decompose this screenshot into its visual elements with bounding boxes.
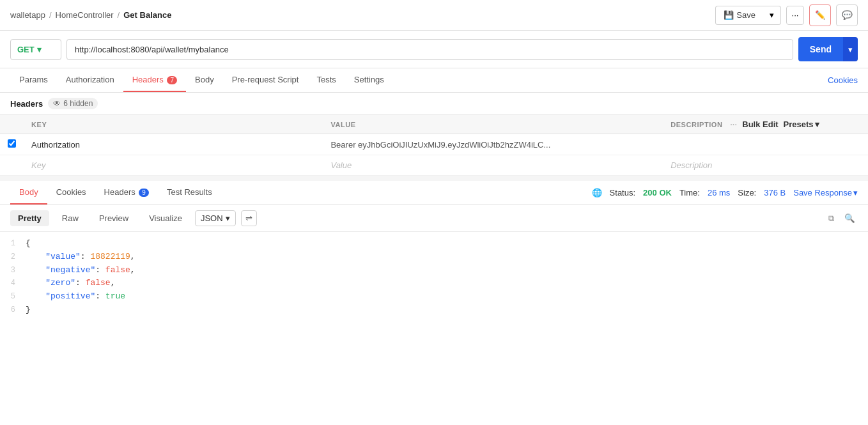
search-button[interactable]: 🔍 (842, 211, 858, 226)
code-line-1: 1 { (0, 237, 868, 251)
presets-button[interactable]: Presets ▾ (784, 120, 819, 129)
line-number: 3 (0, 264, 26, 277)
search-icon: 🔍 (844, 213, 855, 223)
method-select[interactable]: GET ▾ (10, 39, 61, 60)
method-chevron-icon: ▾ (37, 45, 42, 54)
send-label: Send (810, 44, 832, 54)
send-chevron-button[interactable]: ▾ (843, 37, 858, 61)
response-meta: 🌐 Status: 200 OK Time: 26 ms Size: 376 B… (592, 182, 858, 204)
response-tab-cookies[interactable]: Cookies (47, 181, 95, 205)
th-key: KEY (24, 115, 323, 134)
breadcrumb-app[interactable]: walletapp (10, 10, 45, 20)
headers-section: Headers 👁 6 hidden KEY VALUE DESCRIPTION… (0, 93, 868, 176)
breadcrumb: walletapp / HomeController / Get Balance (10, 10, 171, 20)
key-placeholder[interactable]: Key (31, 160, 45, 170)
save-response-button[interactable]: Save Response ▾ (793, 188, 858, 197)
top-actions: 💾 Save ▾ ··· ✏️ 💬 (715, 4, 858, 26)
response-tab-body[interactable]: Body (10, 181, 47, 205)
description-placeholder[interactable]: Description (670, 160, 712, 170)
size-label: Size: (738, 188, 756, 197)
url-input[interactable] (66, 39, 793, 60)
tab-headers[interactable]: Headers 7 (123, 68, 186, 92)
table-row: Authorization Bearer eyJhbGciOiJIUzUxMiJ… (0, 134, 868, 155)
save-response-chevron-icon: ▾ (853, 188, 858, 197)
response-tabs-row: Body Cookies Headers 9 Test Results 🌐 St… (0, 181, 868, 205)
line-number: 1 (0, 237, 26, 251)
copy-button[interactable]: ⧉ (826, 211, 837, 226)
save-chevron-button[interactable]: ▾ (763, 6, 781, 25)
code-line-6: 6 } (0, 304, 868, 317)
code-line-2: 2 "value": 18822119, (0, 251, 868, 264)
section-divider (0, 176, 868, 181)
tab-params[interactable]: Params (10, 68, 57, 92)
save-label: Save (736, 10, 756, 20)
table-empty-row: Key Value Description (0, 155, 868, 176)
bulk-edit-button[interactable]: Bulk Edit (742, 120, 778, 129)
row-checkbox[interactable] (8, 139, 16, 148)
code-block: 1 { 2 "value": 18822119, 3 "negative": f… (0, 232, 868, 322)
json-format-select[interactable]: JSON ▾ (195, 210, 236, 226)
wrap-icon: ⇌ (245, 213, 252, 223)
presets-chevron-icon: ▾ (815, 120, 819, 129)
json-format-label: JSON (201, 213, 223, 223)
url-bar: GET ▾ Send ▾ (0, 31, 868, 68)
send-chevron-icon: ▾ (848, 45, 853, 54)
format-row: Pretty Raw Preview Visualize JSON ▾ ⇌ ⧉ … (0, 205, 868, 232)
hidden-badge: 👁 6 hidden (48, 98, 98, 109)
code-line-5: 5 "positive": true (0, 290, 868, 304)
format-tab-raw[interactable]: Raw (54, 210, 86, 226)
top-bar: walletapp / HomeController / Get Balance… (0, 0, 868, 31)
dots-icon: ··· (791, 10, 798, 20)
code-content: } (26, 304, 868, 317)
line-number: 5 (0, 290, 26, 304)
code-content: { (26, 237, 868, 251)
method-label: GET (17, 45, 35, 54)
th-value: VALUE (323, 115, 663, 134)
value-placeholder[interactable]: Value (330, 160, 352, 170)
th-checkbox (0, 115, 24, 134)
line-number: 4 (0, 277, 26, 290)
save-response-label: Save Response (793, 188, 852, 197)
comment-button[interactable]: 💬 (836, 4, 858, 26)
pencil-icon: ✏️ (815, 10, 826, 20)
size-value: 376 B (764, 188, 786, 197)
status-value: 200 OK (643, 188, 672, 197)
presets-label: Presets (784, 120, 814, 129)
tab-body[interactable]: Body (186, 68, 223, 92)
code-content: "negative": false, (26, 264, 868, 277)
line-number: 2 (0, 251, 26, 264)
wrap-button[interactable]: ⇌ (241, 210, 257, 226)
format-tab-pretty[interactable]: Pretty (10, 210, 49, 226)
headers-section-title: Headers (10, 99, 43, 109)
chevron-down-icon: ▾ (770, 10, 774, 20)
response-tab-headers[interactable]: Headers 9 (95, 181, 158, 205)
cookies-link[interactable]: Cookies (828, 69, 858, 91)
request-tabs-row: Params Authorization Headers 7 Body Pre-… (0, 68, 868, 93)
tab-tests[interactable]: Tests (307, 68, 345, 92)
headers-title-row: Headers 👁 6 hidden (0, 93, 868, 115)
time-label: Time: (679, 188, 700, 197)
response-section: Body Cookies Headers 9 Test Results 🌐 St… (0, 181, 868, 322)
comment-icon: 💬 (842, 10, 853, 20)
tab-settings[interactable]: Settings (345, 68, 393, 92)
tab-pre-request-script[interactable]: Pre-request Script (223, 68, 308, 92)
th-dots-icon[interactable]: ··· (730, 121, 737, 128)
save-icon: 💾 (724, 10, 734, 20)
response-tab-test-results[interactable]: Test Results (158, 181, 221, 205)
time-value: 26 ms (708, 188, 730, 197)
format-tab-visualize[interactable]: Visualize (141, 210, 190, 226)
breadcrumb-action: Get Balance (123, 10, 171, 20)
eye-icon: 👁 (53, 99, 61, 108)
edit-button[interactable]: ✏️ (809, 4, 831, 26)
json-format-chevron-icon: ▾ (226, 213, 230, 223)
status-label: Status: (610, 188, 635, 197)
breadcrumb-controller[interactable]: HomeController (56, 10, 114, 20)
line-number: 6 (0, 304, 26, 317)
tab-authorization[interactable]: Authorization (57, 68, 123, 92)
save-button[interactable]: 💾 Save (715, 6, 763, 25)
more-options-button[interactable]: ··· (786, 6, 804, 25)
send-button[interactable]: Send (798, 37, 843, 61)
format-tab-preview[interactable]: Preview (91, 210, 136, 226)
headers-table: KEY VALUE DESCRIPTION ··· Bulk Edit Pres… (0, 115, 868, 176)
hidden-count: 6 hidden (63, 99, 93, 108)
